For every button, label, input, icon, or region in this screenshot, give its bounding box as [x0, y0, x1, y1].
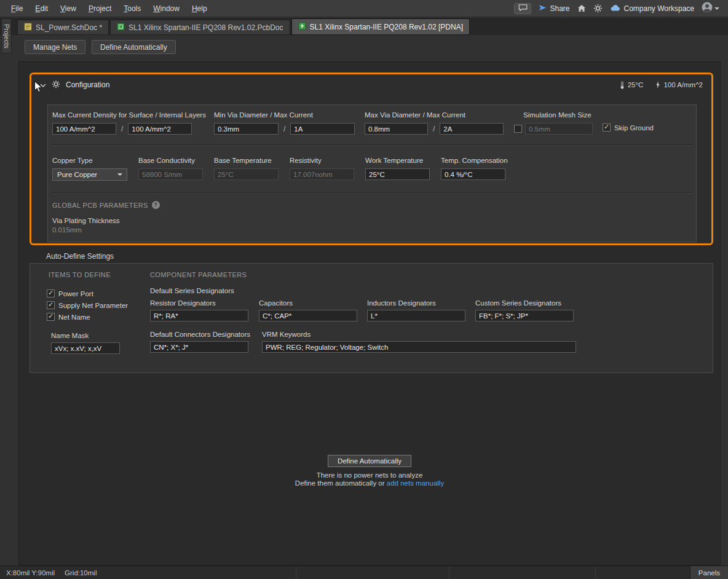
max-current-internal-input[interactable] [128, 123, 192, 135]
min-via-group: Min Via Diameter / Max Current / [214, 111, 355, 135]
menu-help[interactable]: Help [186, 0, 213, 17]
capacitors-group: Capacitors [259, 299, 357, 321]
max-via-label: Max Via Diameter / Max Current [365, 111, 504, 119]
capacitors-input[interactable] [259, 310, 357, 321]
menu-edit[interactable]: Edit [29, 0, 54, 17]
menu-file[interactable]: File [5, 0, 29, 17]
menu-tools[interactable]: Tools [117, 0, 147, 17]
statusbar-divider [296, 567, 296, 579]
copper-type-dropdown[interactable]: Pure Copper [52, 168, 127, 181]
schdoc-icon [24, 23, 32, 33]
slash-separator: / [282, 125, 287, 133]
connectors-designators-input[interactable] [150, 341, 248, 353]
mesh-size-label: Simulation Mesh Size [523, 111, 593, 119]
copper-type-group: Copper Type Pure Copper [52, 157, 127, 181]
add-nets-manually-link[interactable]: add nets manually [387, 479, 444, 487]
current-density-badge: 100 A/mm^2 [655, 81, 703, 89]
custom-series-designators-group: Custom Series Designators [475, 299, 574, 321]
statusbar: X:80mil Y:90mil Grid:10mil Panels [0, 565, 728, 579]
vrm-keywords-label: VRM Keywords [262, 331, 576, 338]
slash-separator: / [120, 125, 124, 133]
base-temperature-input[interactable] [214, 168, 279, 180]
configuration-header[interactable]: Configuration 25°C 100 A/mm^2 [31, 74, 711, 95]
configuration-badges: 25°C 100 A/mm^2 [620, 81, 703, 89]
document-tabbar: SL_Power.SchDoc * SL1 Xilinx Spartan-IIE… [0, 18, 728, 35]
sidebar-tab-projects[interactable]: Projects [1, 18, 12, 53]
menu-project[interactable]: Project [82, 0, 117, 17]
vrm-keywords-group: VRM Keywords [262, 331, 576, 353]
max-via-current-input[interactable] [440, 123, 504, 135]
min-via-current-input[interactable] [290, 123, 355, 135]
skip-ground-checkbox[interactable] [603, 124, 611, 132]
feedback-button[interactable] [514, 3, 531, 14]
resistivity-input[interactable] [290, 168, 354, 180]
min-via-label: Min Via Diameter / Max Current [214, 111, 355, 119]
base-conductivity-input[interactable] [138, 168, 203, 180]
temp-compensation-input[interactable] [441, 168, 505, 180]
supply-net-parameter-checkbox[interactable] [47, 301, 55, 309]
home-button[interactable] [577, 4, 586, 12]
power-port-checkbox[interactable] [47, 290, 55, 297]
connectors-designators-label: Default Connectors Designators [150, 331, 250, 338]
tab-pcbdoc[interactable]: SL1 Xilinx Spartan-IIE PQ208 Rev1.02.Pcb… [110, 20, 290, 35]
custom-series-designators-input[interactable] [475, 310, 574, 321]
define-automatically-cta-button[interactable]: Define Automatically [328, 455, 411, 467]
inductors-designators-input[interactable] [367, 310, 465, 321]
pcbdoc-icon [117, 23, 125, 33]
panels-button[interactable]: Panels [690, 566, 728, 579]
slash-separator: / [432, 125, 436, 133]
user-menu-button[interactable] [702, 2, 719, 15]
tab-pdna[interactable]: SL1 Xilinx Spartan-IIE PQ208 Rev1.02 [PD… [291, 18, 470, 35]
define-automatically-toolbar-button[interactable]: Define Automatically [92, 40, 176, 54]
mouse-cursor [34, 81, 44, 96]
mesh-size-checkbox[interactable] [514, 125, 522, 133]
workspace-label: Company Workspace [624, 4, 695, 13]
copper-type-value: Pure Copper [57, 171, 97, 178]
mesh-size-input[interactable] [525, 123, 593, 135]
cloud-icon [610, 4, 620, 13]
global-pcb-heading: GLOBAL PCB PARAMETERS [52, 201, 160, 209]
menu-window[interactable]: Window [147, 0, 186, 17]
work-temperature-input[interactable] [365, 168, 430, 180]
net-name-checkbox[interactable] [47, 313, 55, 321]
tab-schdoc[interactable]: SL_Power.SchDoc * [17, 20, 109, 35]
resistivity-group: Resistivity [290, 157, 354, 180]
dropdown-chevron-icon [117, 173, 122, 176]
capacitors-label: Capacitors [259, 299, 357, 307]
max-via-group: Max Via Diameter / Max Current / [365, 111, 504, 135]
help-icon[interactable] [152, 201, 160, 209]
work-temperature-group: Work Temperature [365, 157, 430, 180]
max-current-surface-input[interactable] [52, 123, 116, 135]
manage-nets-label: Manage Nets [33, 43, 77, 52]
resistor-designators-label: Resistor Designators [150, 299, 248, 307]
work-temperature-label: Work Temperature [365, 157, 430, 164]
resistor-designators-input[interactable] [150, 310, 248, 321]
no-power-nets-message: There is no power nets to analyze [19, 471, 720, 479]
resistivity-label: Resistivity [290, 157, 354, 164]
temp-compensation-label: Temp. Compensation [441, 157, 508, 164]
min-via-diameter-input[interactable] [214, 123, 279, 135]
menu-view[interactable]: View [54, 0, 82, 17]
net-name-label: Net Name [58, 313, 90, 321]
grid-size: Grid:10mil [65, 569, 97, 577]
max-current-density-group: Max Current Density for Surface / Intern… [52, 111, 206, 135]
name-mask-input[interactable] [51, 342, 120, 354]
connectors-designators-group: Default Connectors Designators [150, 331, 250, 353]
settings-button[interactable] [593, 4, 603, 13]
workspace-button[interactable]: Company Workspace [610, 4, 695, 13]
share-button[interactable]: Share [539, 4, 569, 13]
option-power-port: Power Port [47, 290, 128, 297]
vrm-keywords-input[interactable] [262, 341, 576, 353]
manage-nets-button[interactable]: Manage Nets [25, 40, 85, 54]
component-parameters-heading: COMPONENT PARAMETERS [150, 271, 247, 278]
max-via-diameter-input[interactable] [365, 123, 428, 135]
comment-icon [518, 4, 528, 13]
statusbar-divider [449, 567, 449, 579]
base-temperature-label: Base Temperature [214, 157, 279, 164]
skip-ground-label: Skip Ground [614, 124, 654, 132]
divider [52, 144, 692, 146]
tab-label: SL_Power.SchDoc * [36, 23, 102, 32]
home-icon [577, 4, 586, 12]
statusbar-divider [595, 567, 596, 579]
inductors-designators-group: Inductors Designators [367, 299, 465, 321]
